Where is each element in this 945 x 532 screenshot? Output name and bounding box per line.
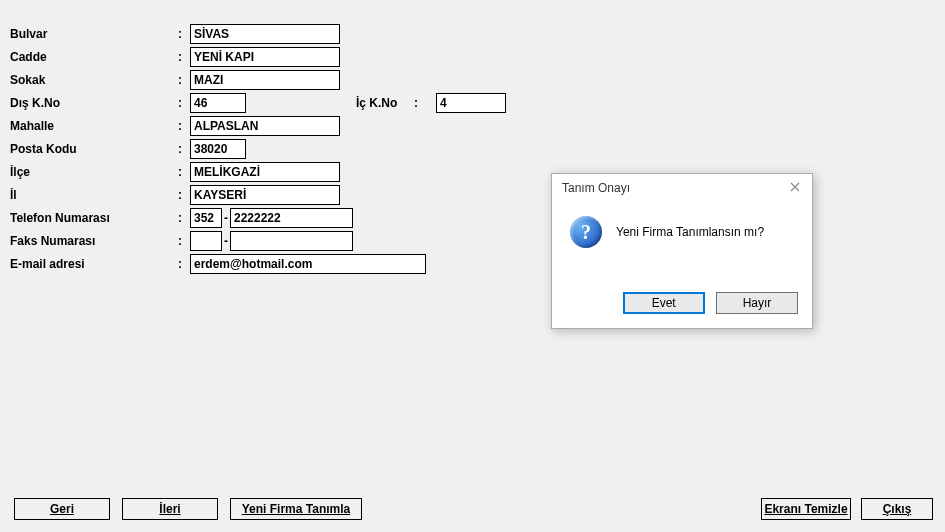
input-mahalle[interactable] — [190, 116, 340, 136]
input-tel-area[interactable] — [190, 208, 222, 228]
label-diskno: Dış K.No — [10, 96, 178, 110]
dialog-title: Tanım Onayı — [552, 174, 812, 202]
evet-button[interactable]: Evet — [623, 292, 705, 314]
label-cadde: Cadde — [10, 50, 178, 64]
label-ickno: İç K.No — [356, 96, 414, 110]
colon: : — [414, 96, 436, 110]
input-sokak[interactable] — [190, 70, 340, 90]
separator-dash: - — [222, 211, 230, 225]
input-bulvar[interactable] — [190, 24, 340, 44]
geri-button[interactable]: Geri — [14, 498, 110, 520]
colon: : — [178, 73, 190, 87]
label-telefon: Telefon Numarası — [10, 211, 178, 225]
question-icon: ? — [570, 216, 602, 248]
colon: : — [178, 96, 190, 110]
colon: : — [178, 27, 190, 41]
colon: : — [178, 211, 190, 225]
label-bulvar: Bulvar — [10, 27, 178, 41]
confirm-dialog: Tanım Onayı ? Yeni Firma Tanımlansın mı?… — [551, 173, 813, 329]
yeni-firma-button[interactable]: Yeni Firma Tanımla — [230, 498, 362, 520]
input-postakodu[interactable] — [190, 139, 246, 159]
colon: : — [178, 188, 190, 202]
colon: : — [178, 257, 190, 271]
input-tel-num[interactable] — [230, 208, 353, 228]
close-icon[interactable] — [782, 176, 808, 198]
label-faks: Faks Numarası — [10, 234, 178, 248]
input-il[interactable] — [190, 185, 340, 205]
input-fax-num[interactable] — [230, 231, 353, 251]
input-email[interactable] — [190, 254, 426, 274]
colon: : — [178, 119, 190, 133]
input-ilce[interactable] — [190, 162, 340, 182]
ileri-button[interactable]: İleri — [122, 498, 218, 520]
separator-dash: - — [222, 234, 230, 248]
label-mahalle: Mahalle — [10, 119, 178, 133]
ekrani-temizle-button[interactable]: Ekranı Temizle — [761, 498, 851, 520]
label-il: İl — [10, 188, 178, 202]
bottom-toolbar: Geri İleri Yeni Firma Tanımla Ekranı Tem… — [0, 498, 945, 522]
dialog-message: Yeni Firma Tanımlansın mı? — [616, 225, 764, 239]
input-cadde[interactable] — [190, 47, 340, 67]
label-postakodu: Posta Kodu — [10, 142, 178, 156]
colon: : — [178, 165, 190, 179]
address-form: Bulvar : Cadde : Sokak : Dış K.No : İç K… — [10, 22, 506, 275]
input-ickno[interactable] — [436, 93, 506, 113]
label-ilce: İlçe — [10, 165, 178, 179]
colon: : — [178, 234, 190, 248]
label-sokak: Sokak — [10, 73, 178, 87]
hayir-button[interactable]: Hayır — [716, 292, 798, 314]
dialog-title-text: Tanım Onayı — [562, 181, 630, 195]
cikis-button[interactable]: Çıkış — [861, 498, 933, 520]
label-email: E-mail adresi — [10, 257, 178, 271]
input-diskno[interactable] — [190, 93, 246, 113]
colon: : — [178, 142, 190, 156]
input-fax-area[interactable] — [190, 231, 222, 251]
colon: : — [178, 50, 190, 64]
